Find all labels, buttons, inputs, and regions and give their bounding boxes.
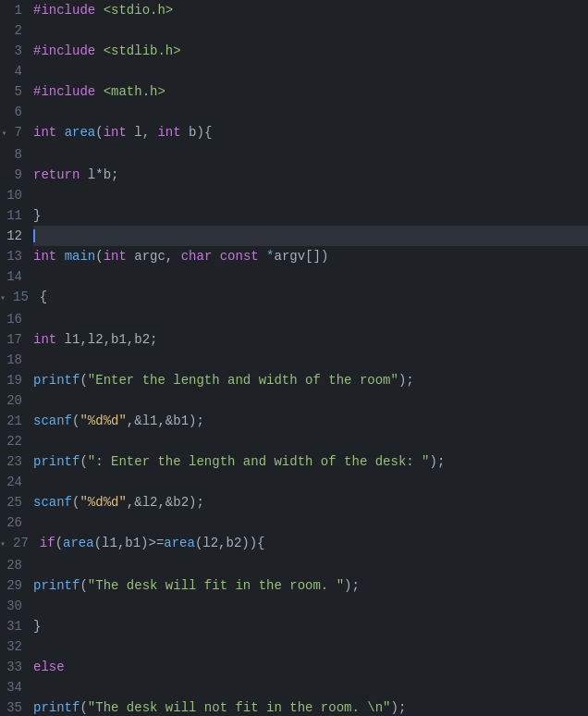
token-kw-if: if (40, 536, 55, 550)
code-line: 9return l*b; (0, 165, 588, 185)
code-line: 28 (0, 555, 588, 575)
line-number: 21 (0, 411, 33, 431)
line-number: 4 (0, 61, 33, 81)
fold-arrow-icon[interactable]: ▾ (2, 129, 13, 139)
line-number: 20 (0, 390, 33, 411)
code-line: 12 (0, 226, 588, 246)
code-line: 6 (0, 102, 588, 122)
token-kw-int: int (33, 332, 56, 347)
token-punct: ); (398, 373, 414, 388)
line-number: 28 (0, 555, 33, 575)
token-kw-int: int (33, 125, 56, 140)
code-line: 16 (0, 309, 588, 329)
line-number: 3 (0, 41, 33, 61)
token-punct: argc, (127, 249, 181, 264)
token-punct: ( (95, 249, 103, 264)
code-tokens: printf(": Enter the length and width of … (33, 451, 588, 472)
code-line: 18 (0, 350, 588, 370)
line-number: 33 (0, 657, 33, 677)
token-kw-else: else (33, 660, 65, 674)
token-kw-int: int (33, 249, 56, 264)
code-tokens (33, 144, 588, 165)
line-number: 31 (0, 616, 33, 636)
token-str: ": Enter the length and width of the des… (88, 454, 430, 469)
code-tokens (33, 555, 588, 575)
code-line: 4 (0, 61, 588, 81)
token-fn-name: area (65, 125, 96, 140)
token-header: <stdlib.h> (104, 43, 181, 58)
token-punct: ( (80, 700, 87, 715)
code-tokens (33, 677, 588, 697)
code-tokens (33, 61, 588, 81)
line-number: 8 (0, 144, 33, 165)
code-line: 19printf("Enter the length and width of … (0, 370, 588, 390)
line-number: 6 (0, 102, 33, 122)
line-number: ▾ 15 (0, 287, 40, 309)
token-punct: } (33, 208, 41, 223)
code-tokens: return l*b; (33, 165, 588, 185)
token-punct: l, (127, 125, 158, 140)
code-line: ▾ 27if(area(l1,b1)>=area(l2,b2)){ (0, 533, 588, 555)
token-punct: b){ (181, 125, 213, 140)
code-line: 2 (0, 20, 588, 41)
line-number: 26 (0, 512, 33, 533)
code-tokens: } (33, 616, 588, 636)
token-kw-int: int (157, 125, 180, 140)
token-kw-int: int (104, 125, 127, 140)
code-line: 5#include <math.h> (0, 81, 588, 102)
line-number: 35 (0, 697, 33, 716)
line-number: 16 (0, 309, 33, 329)
token-fn-name: scanf (33, 414, 72, 428)
token-punct (56, 125, 64, 140)
line-number: 30 (0, 596, 33, 616)
line-number: 18 (0, 350, 33, 370)
code-line: 3#include <stdlib.h> (0, 41, 588, 61)
cursor (33, 229, 35, 242)
code-line: 33else (0, 657, 588, 677)
token-punct: ,&l1,&b1); (127, 414, 204, 428)
line-number: 17 (0, 329, 33, 350)
token-punct: ( (80, 454, 87, 469)
code-line: 23printf(": Enter the length and width o… (0, 451, 588, 472)
token-punct (259, 249, 266, 264)
token-punct (212, 249, 219, 264)
code-line: 32 (0, 636, 588, 657)
code-tokens: scanf("%d%d",&l2,&b2); (33, 492, 588, 512)
code-line: 20 (0, 390, 588, 411)
token-punct: ); (344, 578, 360, 593)
token-punct: (l1,b1)>= (94, 536, 165, 550)
code-tokens (33, 102, 588, 122)
token-header: <stdio.h> (104, 3, 174, 18)
token-str: "The desk will fit in the room. " (88, 578, 344, 593)
fold-arrow-icon[interactable]: ▾ (0, 539, 11, 549)
token-punct: ( (80, 578, 87, 593)
token-punct: l1,l2,b1,b2; (56, 332, 157, 347)
code-line: 26 (0, 512, 588, 533)
token-punct: ( (55, 536, 63, 550)
code-tokens: if(area(l1,b1)>=area(l2,b2)){ (40, 533, 588, 555)
line-number: 22 (0, 431, 33, 451)
line-number: 11 (0, 205, 33, 226)
token-str: "Enter the length and width of the room" (88, 373, 398, 388)
fold-arrow-icon[interactable]: ▾ (0, 293, 11, 303)
line-number: 1 (0, 0, 33, 20)
code-line: 10 (0, 185, 588, 205)
code-line: ▾ 7int area(int l, int b){ (0, 122, 588, 144)
token-kw-include: #include (33, 3, 95, 18)
code-tokens (33, 226, 588, 246)
token-punct: (l2,b2)){ (195, 536, 265, 550)
line-number: 10 (0, 185, 33, 205)
line-number: ▾ 7 (0, 122, 33, 144)
token-fn-name: printf (33, 700, 80, 715)
token-fmt: "%d%d" (80, 495, 126, 510)
code-tokens: int l1,l2,b1,b2; (33, 329, 588, 350)
code-tokens (33, 266, 588, 287)
code-tokens: printf("The desk will fit in the room. "… (33, 575, 588, 596)
line-number: 9 (0, 165, 33, 185)
token-fn-name: printf (33, 454, 80, 469)
code-tokens (33, 350, 588, 370)
code-tokens: #include <math.h> (33, 81, 588, 102)
code-tokens (33, 309, 588, 329)
token-kw-include: #include (33, 43, 95, 58)
token-kw-return: return (33, 167, 80, 182)
